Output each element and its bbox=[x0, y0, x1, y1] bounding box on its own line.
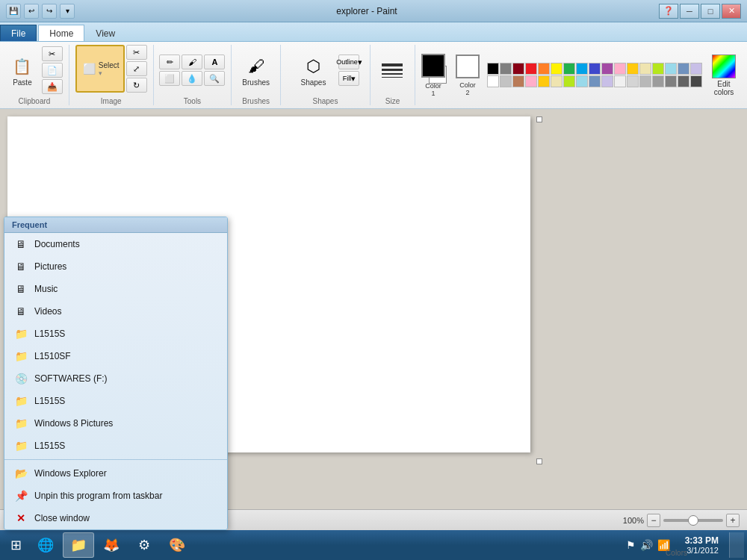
color-gray3[interactable] bbox=[627, 75, 639, 87]
color-pink2[interactable] bbox=[614, 63, 626, 75]
color-purple[interactable] bbox=[601, 63, 613, 75]
color2-main-swatch[interactable] bbox=[456, 55, 480, 78]
tab-file[interactable]: File bbox=[0, 25, 37, 41]
jl-l1515s-3-label: L1515S bbox=[34, 441, 65, 451]
color-maroon[interactable] bbox=[512, 63, 524, 75]
close-btn[interactable]: ✕ bbox=[722, 4, 741, 19]
help-btn[interactable]: ❓ bbox=[659, 4, 678, 19]
color-gray8[interactable] bbox=[690, 75, 702, 87]
paste-button[interactable]: 📋 Paste bbox=[6, 52, 39, 90]
color-yellow[interactable] bbox=[551, 63, 562, 75]
taskbar-firefox[interactable]: 🦊 bbox=[96, 532, 127, 558]
jl-item-win8pics[interactable]: 📁 Windows 8 Pictures bbox=[4, 412, 227, 435]
color-gray[interactable] bbox=[500, 63, 512, 75]
fill-shapes-button[interactable]: Fill▾ bbox=[338, 71, 359, 86]
color-gray2[interactable] bbox=[614, 75, 626, 87]
jl-l1510sf-label: L1510SF bbox=[34, 351, 71, 361]
color-steel[interactable] bbox=[678, 63, 689, 75]
outline-button[interactable]: Outline▾ bbox=[338, 55, 359, 69]
jl-item-pictures[interactable]: 🖥 Pictures bbox=[4, 255, 227, 278]
tools-row1: ✏ 🖌 A bbox=[159, 55, 225, 69]
color-lime[interactable] bbox=[652, 63, 664, 75]
color-gold[interactable] bbox=[627, 63, 639, 75]
image-group-content: ⬜ Select ▾ ✂ ⤢ ↻ bbox=[75, 45, 147, 96]
tab-home[interactable]: Home bbox=[38, 25, 84, 41]
window-controls: ❓ ─ □ ✕ bbox=[659, 4, 741, 19]
color-red[interactable] bbox=[525, 63, 537, 75]
taskbar-ie[interactable]: 🌐 bbox=[30, 532, 61, 558]
magnifier-button[interactable]: 🔍 bbox=[204, 71, 225, 86]
paste-from-button[interactable]: 📥 bbox=[42, 79, 63, 94]
select-label-area: Select ▾ bbox=[99, 61, 120, 77]
rotate-button[interactable]: ↻ bbox=[126, 78, 147, 93]
taskbar-paint[interactable]: 🎨 bbox=[161, 532, 193, 558]
taskbar-start[interactable]: ⊞ bbox=[3, 532, 28, 558]
shapes-button[interactable]: ⬡ Shapes bbox=[291, 52, 335, 90]
jl-item-l1515s-2[interactable]: 📁 L1515S bbox=[4, 390, 227, 412]
color-indigo[interactable] bbox=[589, 63, 601, 75]
color-white[interactable] bbox=[487, 75, 499, 87]
color-gray4[interactable] bbox=[639, 75, 651, 87]
color-amber[interactable] bbox=[538, 75, 550, 87]
jl-action-close[interactable]: ✕ Close window bbox=[4, 507, 227, 529]
jl-item-softwares[interactable]: 💿 SOFTWARES (F:) bbox=[4, 367, 227, 390]
jl-item-l1510sf[interactable]: 📁 L1510SF bbox=[4, 345, 227, 367]
taskbar-explorer[interactable]: 📁 bbox=[63, 532, 94, 558]
color-gray5[interactable] bbox=[652, 75, 664, 87]
jl-action-unpin[interactable]: 📌 Unpin this program from taskbar bbox=[4, 485, 227, 507]
color2-area: Color 2 bbox=[456, 55, 480, 96]
jl-item-l1515s-1[interactable]: 📁 L1515S bbox=[4, 323, 227, 345]
save-quick-btn[interactable]: 💾 bbox=[6, 4, 21, 19]
color-slate[interactable] bbox=[589, 75, 601, 87]
color-gray7[interactable] bbox=[678, 75, 689, 87]
jl-item-music[interactable]: 🖥 Music bbox=[4, 278, 227, 300]
color-cream[interactable] bbox=[551, 75, 562, 87]
redo-quick-btn[interactable]: ↪ bbox=[42, 4, 57, 19]
color-lilac[interactable] bbox=[601, 75, 613, 87]
crop-button[interactable]: ✂ bbox=[126, 45, 147, 60]
color-tan[interactable] bbox=[639, 63, 651, 75]
pencil-button[interactable]: ✏ bbox=[159, 55, 180, 69]
show-desktop-btn[interactable] bbox=[729, 532, 744, 558]
zoom-out-button[interactable]: − bbox=[647, 514, 660, 527]
color-pink[interactable] bbox=[525, 75, 537, 87]
resize-button[interactable]: ⤢ bbox=[126, 61, 147, 76]
color-skyblue[interactable] bbox=[665, 63, 677, 75]
color-yellow-green[interactable] bbox=[563, 75, 575, 87]
zoom-slider[interactable] bbox=[663, 519, 723, 522]
eraser-button[interactable]: ⬜ bbox=[159, 71, 180, 86]
copy-button[interactable]: 📄 bbox=[42, 63, 63, 78]
taskbar-app4[interactable]: ⚙ bbox=[128, 532, 160, 558]
size-button[interactable] bbox=[379, 60, 406, 81]
fill-button[interactable]: 🖌 bbox=[182, 55, 202, 69]
edit-colors-button[interactable]: Editcolors bbox=[707, 52, 741, 99]
color-blue[interactable] bbox=[576, 63, 588, 75]
color-green[interactable] bbox=[563, 63, 575, 75]
zoom-thumb[interactable] bbox=[688, 515, 698, 526]
color-lt-blue[interactable] bbox=[576, 75, 588, 87]
minimize-btn[interactable]: ─ bbox=[680, 4, 699, 19]
brushes-button[interactable]: 🖌 Brushes bbox=[238, 52, 274, 90]
color-orange[interactable] bbox=[538, 63, 550, 75]
color1-swatch[interactable] bbox=[421, 54, 445, 78]
jl-item-l1515s-3[interactable]: 📁 L1515S bbox=[4, 435, 227, 457]
qa-dropdown-btn[interactable]: ▾ bbox=[60, 4, 75, 19]
jl-item-videos[interactable]: 🖥 Videos bbox=[4, 300, 227, 323]
select-button[interactable]: ⬜ Select ▾ bbox=[75, 45, 125, 93]
jl-action-explorer[interactable]: 📂 Windows Explorer bbox=[4, 462, 227, 485]
color-ltgray[interactable] bbox=[500, 75, 512, 87]
color-black[interactable] bbox=[487, 63, 499, 75]
picker-button[interactable]: 💧 bbox=[182, 71, 202, 86]
undo-quick-btn[interactable]: ↩ bbox=[24, 4, 39, 19]
text-button[interactable]: A bbox=[204, 55, 225, 69]
resize-handle-top[interactable] bbox=[536, 116, 542, 122]
resize-handle-corner[interactable] bbox=[536, 458, 542, 464]
cut-button[interactable]: ✂ bbox=[42, 46, 63, 61]
zoom-in-button[interactable]: + bbox=[726, 514, 740, 527]
tab-view[interactable]: View bbox=[84, 25, 126, 41]
color-gray6[interactable] bbox=[665, 75, 677, 87]
color-brown[interactable] bbox=[512, 75, 524, 87]
color-lavender[interactable] bbox=[690, 63, 702, 75]
jl-item-documents[interactable]: 🖥 Documents bbox=[4, 233, 227, 255]
maximize-btn[interactable]: □ bbox=[701, 4, 720, 19]
